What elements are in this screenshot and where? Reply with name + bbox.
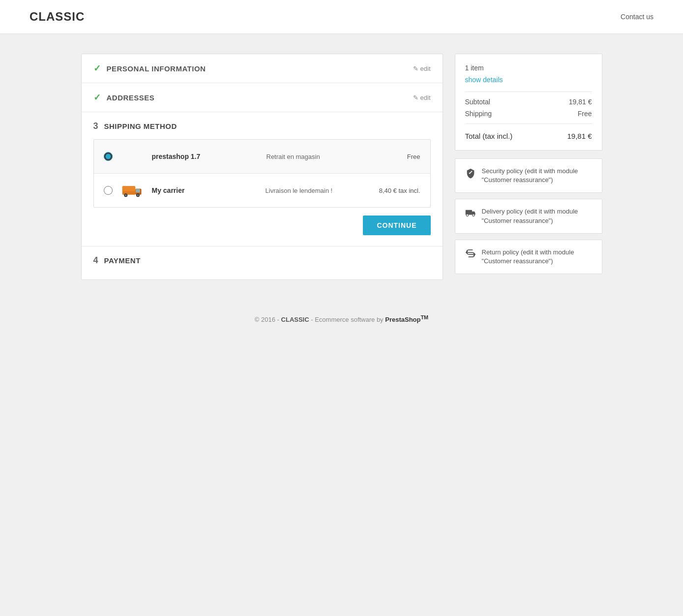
delivery-policy-text: Delivery policy (edit it with module "Cu…	[482, 207, 592, 225]
addresses-edit-link[interactable]: ✎ edit	[413, 94, 431, 101]
carrier-logo-1	[120, 148, 144, 165]
footer-separator: -	[277, 316, 281, 323]
payment-title: PAYMENT	[104, 256, 141, 265]
summary-shipping-row: Shipping Free	[465, 110, 592, 118]
return-policy-box: Return policy (edit it with module "Cust…	[455, 240, 602, 274]
addresses-section: ✓ ADDRESSES ✎ edit	[82, 83, 443, 112]
shipping-header: 3 SHIPPING METHOD	[93, 121, 431, 131]
continue-row: CONTINUE	[93, 208, 431, 237]
personal-info-edit-label: edit	[420, 65, 431, 72]
addresses-title: ADDRESSES	[107, 93, 155, 102]
personal-info-edit-link[interactable]: ✎ edit	[413, 65, 431, 72]
carrier-radio-1[interactable]	[104, 152, 113, 161]
footer-year: 2016	[261, 316, 275, 323]
footer-prestashop-label: PrestaShopTM	[385, 316, 428, 323]
summary-total-row: Total (tax incl.) 19,81 €	[465, 132, 592, 140]
personal-info-check-icon: ✓	[93, 63, 101, 74]
addresses-header: ✓ ADDRESSES ✎ edit	[93, 92, 431, 103]
shipping-title: SHIPPING METHOD	[104, 122, 177, 130]
shipping-step-number: 3	[93, 121, 98, 131]
personal-info-section: ✓ PERSONAL INFORMATION ✎ edit	[82, 54, 443, 83]
carrier-price-2: 8,40 € tax incl.	[379, 187, 420, 194]
show-details-link[interactable]: show details	[465, 76, 592, 84]
security-policy-box: Security policy (edit it with module "Cu…	[455, 158, 602, 193]
payment-header: 4 PAYMENT	[93, 255, 431, 266]
svg-point-4	[125, 194, 127, 196]
subtotal-label: Subtotal	[465, 98, 490, 106]
carrier-price-1: Free	[381, 153, 420, 160]
carrier-name-2: My carrier	[152, 186, 258, 194]
carrier-name-1: prestashop 1.7	[152, 153, 259, 160]
contact-link[interactable]: Contact us	[621, 13, 653, 21]
checkout-panel: ✓ PERSONAL INFORMATION ✎ edit ✓ ADDRESSE…	[81, 54, 443, 280]
summary-panel: 1 item show details Subtotal 19,81 € Shi…	[455, 54, 602, 280]
carrier-logo-2	[120, 182, 144, 199]
addresses-title-left: ✓ ADDRESSES	[93, 92, 155, 103]
security-policy-text: Security policy (edit it with module "Cu…	[482, 167, 592, 185]
footer-ecommerce-text: - Ecommerce software by	[311, 316, 385, 323]
continue-button[interactable]: CONTINUE	[363, 216, 430, 235]
total-value: 19,81 €	[567, 132, 592, 140]
carrier-list: prestashop 1.7 Retrait en magasin Free	[93, 139, 431, 208]
edit-pencil-icon-2: ✎	[413, 94, 418, 101]
total-label: Total (tax incl.)	[465, 132, 513, 140]
return-policy-text: Return policy (edit it with module "Cust…	[482, 248, 592, 266]
svg-point-9	[466, 214, 468, 216]
footer-classic-label: CLASSIC	[281, 316, 309, 323]
shipping-section: 3 SHIPPING METHOD prestashop 1.7 Retrait…	[82, 112, 443, 246]
payment-section: 4 PAYMENT	[82, 246, 443, 275]
payment-step-number: 4	[93, 255, 98, 266]
personal-info-title: PERSONAL INFORMATION	[107, 64, 206, 73]
main-content: ✓ PERSONAL INFORMATION ✎ edit ✓ ADDRESSE…	[71, 54, 612, 280]
delivery-truck-icon	[465, 208, 476, 219]
shield-icon	[465, 168, 476, 181]
footer-trademark: TM	[421, 314, 429, 320]
svg-point-10	[472, 214, 474, 216]
edit-pencil-icon: ✎	[413, 65, 418, 72]
summary-subtotal-row: Subtotal 19,81 €	[465, 98, 592, 106]
carrier-radio-2[interactable]	[104, 186, 113, 195]
truck-svg	[121, 183, 143, 198]
svg-point-6	[137, 194, 139, 196]
footer: © 2016 - CLASSIC - Ecommerce software by…	[0, 300, 683, 338]
personal-info-title-left: ✓ PERSONAL INFORMATION	[93, 63, 206, 74]
svg-rect-2	[136, 189, 140, 192]
carrier-row-2[interactable]: My carrier Livraison le lendemain ! 8,40…	[94, 174, 430, 207]
copyright-icon: ©	[255, 316, 260, 323]
carrier-desc-2: Livraison le lendemain !	[266, 187, 371, 194]
summary-divider	[465, 92, 592, 92]
addresses-check-icon: ✓	[93, 92, 101, 103]
shipping-label: Shipping	[465, 110, 492, 118]
svg-rect-7	[122, 186, 135, 191]
return-icon	[465, 249, 476, 260]
header: CLASSIC Contact us	[0, 0, 683, 34]
summary-items-count: 1 item	[465, 64, 592, 72]
shipping-value: Free	[578, 110, 592, 118]
addresses-edit-label: edit	[420, 94, 431, 101]
carrier-desc-1: Retrait en magasin	[267, 153, 373, 160]
summary-divider-2	[465, 123, 592, 124]
personal-info-header: ✓ PERSONAL INFORMATION ✎ edit	[93, 63, 431, 74]
subtotal-value: 19,81 €	[569, 98, 592, 106]
summary-box: 1 item show details Subtotal 19,81 € Shi…	[455, 54, 602, 151]
delivery-policy-box: Delivery policy (edit it with module "Cu…	[455, 199, 602, 233]
carrier-row-1[interactable]: prestashop 1.7 Retrait en magasin Free	[94, 140, 430, 174]
logo: CLASSIC	[30, 10, 85, 24]
